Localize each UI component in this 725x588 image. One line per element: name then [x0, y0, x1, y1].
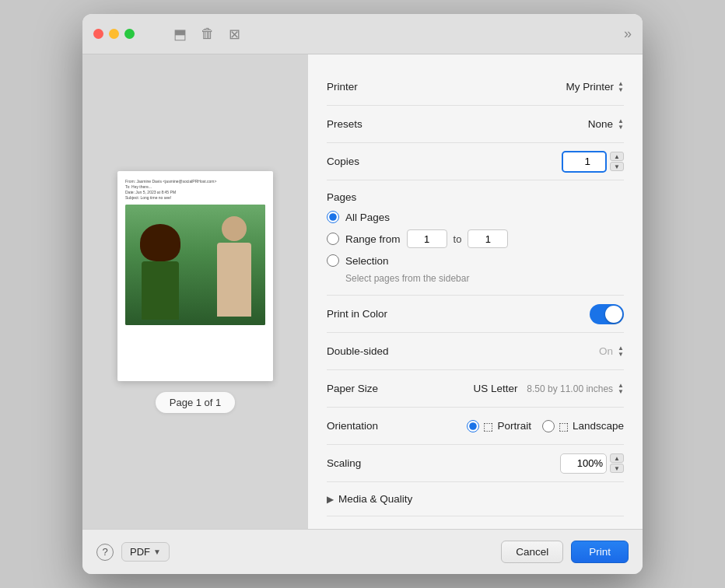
double-sided-label: Double-sided: [327, 345, 389, 357]
paper-size-stepper[interactable]: ▲▼: [618, 383, 624, 395]
copies-stepper[interactable]: ▲ ▼: [610, 152, 624, 171]
selection-radio[interactable]: [327, 254, 339, 267]
close-button[interactable]: [93, 29, 103, 39]
printer-value[interactable]: My Printer: [566, 81, 615, 93]
trash-icon[interactable]: 🗑: [201, 26, 215, 43]
scaling-value-group: ▲ ▼: [560, 453, 624, 474]
printer-value-group: My Printer ▲▼: [566, 81, 624, 93]
print-color-row: Print in Color: [327, 296, 624, 333]
copies-input[interactable]: [562, 151, 607, 173]
footer-actions: Cancel Print: [501, 541, 629, 563]
all-pages-label: All Pages: [345, 212, 390, 223]
pages-label: Pages: [327, 191, 624, 203]
landscape-icon: ⬚: [559, 420, 569, 432]
all-pages-option: All Pages: [327, 211, 624, 223]
landscape-radio[interactable]: [542, 420, 555, 432]
media-quality-chevron: ▶: [327, 494, 334, 505]
all-pages-radio[interactable]: [327, 211, 339, 223]
presets-value-group: None ▲▼: [588, 118, 624, 131]
copies-decrement[interactable]: ▼: [610, 162, 624, 171]
range-from-label: Range from: [345, 233, 401, 245]
paper-size-row: Paper Size US Letter 8.50 by 11.00 inche…: [327, 370, 624, 408]
print-color-label: Print in Color: [327, 308, 387, 320]
portrait-radio[interactable]: [467, 420, 479, 432]
minimize-button[interactable]: [109, 29, 119, 39]
double-sided-stepper[interactable]: ▲▼: [618, 345, 624, 358]
orientation-group: ⬚ Portrait ⬚ Landscape: [467, 420, 624, 432]
photo-preview: [125, 205, 265, 325]
presets-stepper[interactable]: ▲▼: [618, 118, 624, 131]
range-from-input[interactable]: [407, 229, 447, 248]
copies-row: Copies ▲ ▼: [327, 143, 624, 180]
pdf-chevron-icon: ▼: [153, 548, 161, 556]
range-inputs: Range from to: [345, 229, 508, 248]
copies-increment[interactable]: ▲: [610, 152, 624, 161]
printer-label: Printer: [327, 81, 358, 93]
settings-pane: Printer My Printer ▲▼ Presets None ▲▼: [308, 54, 643, 529]
orientation-row: Orientation ⬚ Portrait ⬚ Landscape: [327, 408, 624, 445]
page-indicator: Page 1 of 1: [156, 392, 236, 413]
page-preview: From: Jasmine Davis <jasmine@socialPRHos…: [117, 171, 273, 381]
landscape-label: Landscape: [573, 420, 624, 432]
double-sided-value-group: On ▲▼: [599, 345, 624, 358]
range-to-label: to: [454, 233, 462, 245]
paper-size-label: Paper Size: [327, 383, 378, 394]
range-to-input[interactable]: [468, 229, 508, 248]
presets-value[interactable]: None: [588, 118, 613, 130]
presets-label: Presets: [327, 118, 362, 130]
portrait-icon: ⬚: [483, 420, 493, 432]
print-color-toggle[interactable]: [590, 304, 624, 324]
toggle-thumb: [605, 306, 622, 323]
double-sided-row: Double-sided On ▲▼: [327, 333, 624, 370]
paper-size-value-group: US Letter 8.50 by 11.00 inches ▲▼: [474, 383, 624, 395]
x-circle-icon[interactable]: ⊠: [229, 26, 240, 43]
landscape-option[interactable]: ⬚ Landscape: [542, 420, 624, 432]
orientation-label: Orientation: [327, 420, 378, 432]
pdf-label: PDF: [130, 546, 150, 558]
main-content: From: Jasmine Davis <jasmine@socialPRHos…: [82, 54, 643, 529]
person1-body: [142, 261, 179, 320]
print-button[interactable]: Print: [571, 541, 629, 563]
person1-hair: [140, 224, 180, 261]
person1: [137, 232, 184, 325]
range-option: Range from to: [327, 229, 624, 248]
scaling-increment[interactable]: ▲: [610, 453, 624, 463]
email-header: From: Jasmine Davis <jasmine@socialPRHos…: [125, 179, 265, 201]
range-radio[interactable]: [327, 233, 339, 245]
maximize-button[interactable]: [124, 29, 135, 39]
paper-size-dims: 8.50 by 11.00 inches: [527, 383, 613, 394]
inbox-icon[interactable]: ⬒: [173, 26, 187, 43]
pages-section: Pages All Pages Range from to: [327, 180, 624, 296]
titlebar-toolbar: ⬒ 🗑 ⊠: [173, 26, 240, 43]
portrait-label: Portrait: [497, 420, 531, 432]
footer: ? PDF ▼ Cancel Print: [82, 529, 643, 574]
scaling-stepper[interactable]: ▲ ▼: [610, 453, 624, 473]
scaling-row: Scaling ▲ ▼: [327, 445, 624, 482]
selection-option: Selection: [327, 254, 624, 267]
paper-size-value: US Letter: [474, 383, 518, 394]
portrait-option[interactable]: ⬚ Portrait: [467, 420, 531, 432]
selection-label: Selection: [345, 255, 389, 267]
selection-sublabel: Select pages from the sidebar: [345, 273, 624, 284]
preview-pane: From: Jasmine Davis <jasmine@socialPRHos…: [82, 54, 308, 529]
person2: [211, 216, 257, 325]
person1-head: [146, 232, 174, 260]
toolbar-expand-button[interactable]: »: [624, 26, 632, 42]
double-sided-value[interactable]: On: [599, 345, 613, 357]
presets-row: Presets None ▲▼: [327, 106, 624, 143]
titlebar: ⬒ 🗑 ⊠ »: [82, 14, 643, 54]
help-button[interactable]: ?: [96, 544, 114, 561]
pdf-button[interactable]: PDF ▼: [121, 542, 170, 562]
copies-value-group: ▲ ▼: [562, 151, 624, 173]
copies-label: Copies: [327, 156, 359, 167]
media-quality-row[interactable]: ▶ Media & Quality: [327, 482, 624, 516]
media-quality-label: Media & Quality: [338, 493, 412, 505]
scaling-input[interactable]: [560, 453, 607, 474]
print-dialog: ⬒ 🗑 ⊠ » From: Jasmine Davis <jasmine@soc…: [82, 14, 643, 574]
traffic-lights: [93, 29, 135, 39]
cancel-button[interactable]: Cancel: [501, 541, 563, 563]
scaling-label: Scaling: [327, 457, 361, 469]
printer-row: Printer My Printer ▲▼: [327, 68, 624, 106]
printer-stepper[interactable]: ▲▼: [618, 81, 624, 93]
scaling-decrement[interactable]: ▼: [610, 464, 624, 473]
